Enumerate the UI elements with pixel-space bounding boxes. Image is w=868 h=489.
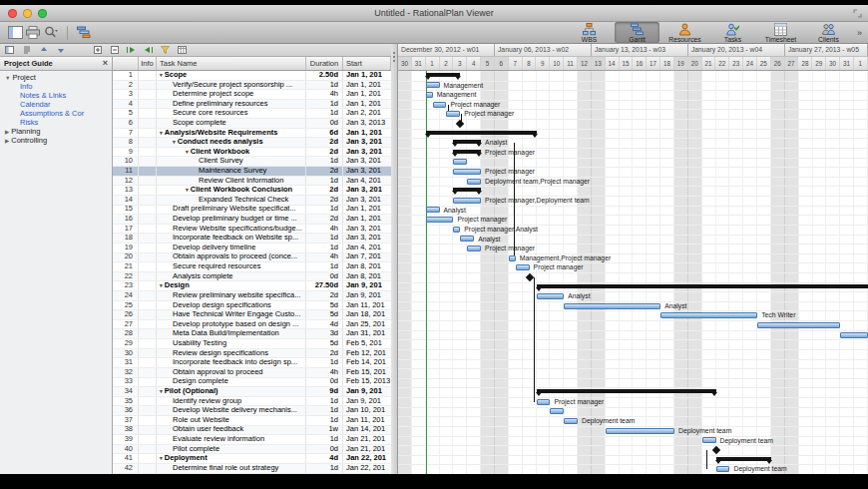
gantt-task-bar[interactable] xyxy=(426,207,440,213)
task-row[interactable]: 22Analysis complete0dJan 8, 201 xyxy=(113,272,391,282)
gantt-task-bar[interactable] xyxy=(550,408,564,414)
gantt-task-bar[interactable] xyxy=(467,179,481,185)
move-up-icon[interactable] xyxy=(38,45,49,55)
info-column-header[interactable]: Info xyxy=(139,57,157,70)
chart-icon[interactable] xyxy=(75,25,93,41)
task-row[interactable]: 37Role out Website1dJan 11, 201 xyxy=(113,416,391,426)
indent-icon[interactable] xyxy=(143,45,154,55)
view-button-wbs[interactable]: WBS xyxy=(567,22,612,43)
layout-icon[interactable] xyxy=(6,25,24,41)
gantt-task-bar[interactable] xyxy=(453,159,467,165)
collapse-triangle-icon[interactable]: ▾ xyxy=(173,138,176,147)
gantt-summary-bar[interactable] xyxy=(537,284,868,288)
collapse-triangle-icon[interactable]: ▾ xyxy=(160,387,163,396)
task-row[interactable]: 16Develop preliminary budget or time ...… xyxy=(113,215,391,225)
move-down-icon[interactable] xyxy=(55,45,66,55)
expand-all-icon[interactable] xyxy=(92,45,103,55)
task-row[interactable]: 4Define preliminary resources1dJan 1, 20… xyxy=(113,100,391,110)
title-bar[interactable]: Untitled - RationalPlan Viewer xyxy=(0,5,868,22)
task-row[interactable]: 41▾Deployment4dJan 22, 201 xyxy=(113,454,391,464)
view-button-resources[interactable]: Resources xyxy=(662,22,707,43)
guide-panel-icon[interactable] xyxy=(4,45,15,55)
task-row[interactable]: 11Maintenance Survey2dJan 3, 201 xyxy=(113,167,391,177)
duration-column-header[interactable]: Duration xyxy=(306,57,343,70)
task-row[interactable]: 9▾Client Workbook2dJan 3, 201 xyxy=(113,148,391,158)
task-row[interactable]: 30Review design specifications2dFeb 12, … xyxy=(113,349,391,359)
gantt-summary-bar[interactable] xyxy=(453,150,481,154)
gantt-task-bar[interactable] xyxy=(433,102,447,108)
zoom-window-button[interactable] xyxy=(38,9,47,18)
collapse-triangle-icon[interactable]: ▾ xyxy=(160,281,163,290)
minimize-window-button[interactable] xyxy=(23,9,32,18)
sidebar-item-risks[interactable]: Risks xyxy=(0,118,112,127)
task-row[interactable]: 32Obtain approval to proceed4hFeb 15, 20… xyxy=(113,368,391,378)
task-name-column-header[interactable]: Task Name xyxy=(157,57,306,70)
chevron-down-icon[interactable]: ▼ xyxy=(5,75,10,81)
gantt-task-bar[interactable] xyxy=(516,264,530,270)
gantt-task-bar[interactable] xyxy=(467,245,481,251)
task-row[interactable]: 36Develop Website delivery mechanis...1d… xyxy=(113,406,391,416)
task-row[interactable]: 33Design complete0dFeb 15, 2013 xyxy=(113,378,391,388)
view-button-tasks[interactable]: Tasks xyxy=(710,22,755,43)
chevron-right-icon[interactable]: ▶ xyxy=(5,138,9,144)
gantt-summary-bar[interactable] xyxy=(426,131,537,135)
gantt-task-bar[interactable] xyxy=(453,198,481,204)
start-column-header[interactable]: Start xyxy=(343,57,391,70)
print-icon[interactable] xyxy=(24,25,42,41)
gantt-task-bar[interactable] xyxy=(453,227,460,233)
task-row[interactable]: 19Develop delivery timeline1dJan 4, 201 xyxy=(113,244,391,253)
fullscreen-icon[interactable] xyxy=(853,9,862,18)
task-row[interactable]: 13▾Client Workbook Conclusion2dJan 3, 20… xyxy=(113,186,391,196)
task-row[interactable]: 28Meta Data Build/Implementation3dJan 31… xyxy=(113,329,391,339)
gantt-task-bar[interactable] xyxy=(446,111,460,117)
gantt-task-bar[interactable] xyxy=(537,293,565,299)
gantt-task-bar[interactable] xyxy=(702,437,716,443)
task-row[interactable]: 21Secure required resources1dJan 8, 201 xyxy=(113,262,391,272)
collapse-triangle-icon[interactable]: ▾ xyxy=(160,71,163,80)
gantt-task-bar[interactable] xyxy=(426,82,440,88)
view-button-clients[interactable]: Clients xyxy=(806,22,851,43)
gantt-task-bar[interactable] xyxy=(840,332,868,338)
gantt-summary-bar[interactable] xyxy=(426,73,461,77)
task-row[interactable]: 5Secure core resources1dJan 2, 201 xyxy=(113,109,391,119)
task-row[interactable]: 24Review preliminary website specifica..… xyxy=(113,291,391,301)
view-button-timesheet[interactable]: Timesheet xyxy=(758,22,803,43)
collapse-triangle-icon[interactable]: ▾ xyxy=(186,148,189,157)
gantt-summary-bar[interactable] xyxy=(537,389,716,393)
zoom-icon[interactable] xyxy=(42,25,60,41)
gantt-task-bar[interactable] xyxy=(716,466,730,472)
task-row[interactable]: 42Determine final role out strategy1dJan… xyxy=(113,464,391,474)
gantt-task-bar[interactable] xyxy=(606,428,674,434)
gantt-task-bar[interactable] xyxy=(660,312,757,318)
task-row[interactable]: 31Incorporate feedback into design sp...… xyxy=(113,358,391,368)
columns-icon[interactable] xyxy=(177,45,188,55)
task-row[interactable]: 3Determine project scope4hJan 1, 201 xyxy=(113,90,391,100)
task-row[interactable]: 34▾Pilot (Optional)9dJan 9, 201 xyxy=(113,387,391,397)
task-row[interactable]: 35Identify review group1dJan 9, 201 xyxy=(113,397,391,407)
task-row[interactable]: 12Review Client Information1dJan 4, 201 xyxy=(113,177,391,187)
chevron-right-icon[interactable]: ▶ xyxy=(5,129,9,135)
task-row[interactable]: 2Verify/Secure project sponsorship ...1d… xyxy=(113,81,391,91)
gantt-summary-bar[interactable] xyxy=(716,457,771,461)
filter-icon[interactable] xyxy=(160,45,171,55)
task-row[interactable]: 7▾Analysis/Website Requirements6dJan 1, … xyxy=(113,129,391,139)
toolbar-overflow-chevron[interactable]: » xyxy=(857,28,862,38)
sidebar-item-info[interactable]: Info xyxy=(0,82,112,91)
task-row[interactable]: 25Develop design specifications5dJan 11,… xyxy=(113,301,391,311)
task-row[interactable]: 18Incorporate feedback on Website sp...1… xyxy=(113,234,391,244)
task-row[interactable]: 38Obtain user feedback1wJan 14, 201 xyxy=(113,426,391,436)
gantt-task-bar[interactable] xyxy=(426,217,454,223)
collapse-triangle-icon[interactable]: ▾ xyxy=(160,129,163,138)
gantt-task-bar[interactable] xyxy=(460,236,474,242)
sidebar-item-planning[interactable]: ▶Planning xyxy=(0,127,112,136)
gantt-summary-bar[interactable] xyxy=(453,188,481,192)
notes-icon[interactable] xyxy=(21,45,32,55)
task-row[interactable]: 40Pilot complete0dJan 21, 201 xyxy=(113,445,391,455)
task-row[interactable]: 10Client Survey1dJan 3, 201 xyxy=(113,157,391,167)
sidebar-item-calendar[interactable]: Calendar xyxy=(0,100,112,109)
task-row[interactable]: 8▾Conduct needs analysis2dJan 3, 201 xyxy=(113,138,391,148)
sidebar-item-controlling[interactable]: ▶Controlling xyxy=(0,136,112,145)
view-button-gantt[interactable]: Gantt xyxy=(615,22,659,43)
gantt-task-bar[interactable] xyxy=(757,322,840,328)
gantt-task-bar[interactable] xyxy=(509,255,516,261)
